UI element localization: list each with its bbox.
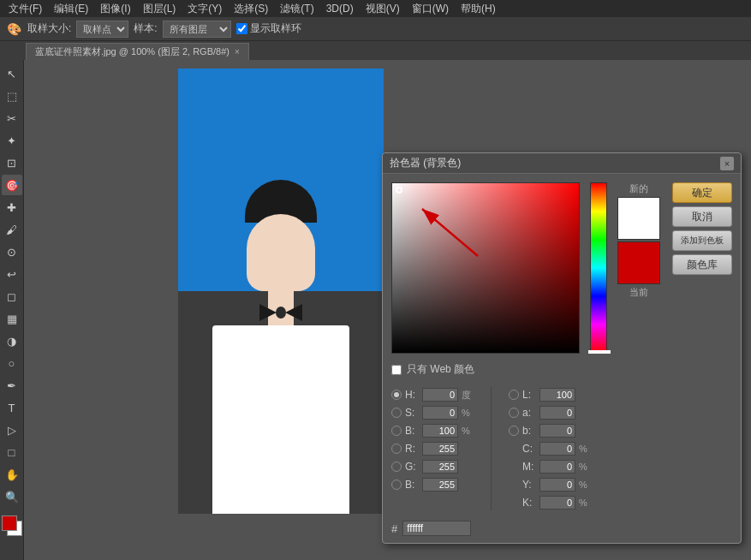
brightness-unit: % (462, 426, 474, 436)
m-input[interactable] (539, 460, 575, 474)
confirm-button[interactable]: 确定 (672, 182, 732, 203)
saturation-input[interactable] (422, 406, 458, 420)
dialog-close-button[interactable]: × (720, 157, 734, 170)
hex-row: # (383, 519, 741, 543)
a-row: a: (509, 405, 591, 420)
tool-blur[interactable]: ◑ (2, 331, 22, 351)
hue-radio[interactable] (391, 390, 402, 400)
k-input[interactable] (539, 496, 575, 509)
saturation-radio[interactable] (391, 408, 402, 418)
y-input[interactable] (539, 478, 575, 491)
b-lab-input[interactable] (539, 424, 575, 438)
dialog-titlebar[interactable]: 拾色器 (背景色) × (383, 153, 741, 174)
hue-slider[interactable] (590, 182, 607, 354)
menu-image[interactable]: 图像(I) (95, 0, 135, 18)
red-input[interactable] (422, 442, 458, 456)
foreground-color-swatch[interactable] (2, 515, 17, 531)
hex-input[interactable] (402, 521, 471, 536)
green-input[interactable] (422, 460, 458, 474)
current-color-preview (617, 241, 660, 284)
bow-tie (259, 300, 302, 325)
bow-left (259, 304, 277, 321)
menu-edit[interactable]: 编辑(E) (49, 0, 93, 18)
tool-brush[interactable]: 🖌 (2, 219, 22, 240)
c-unit: % (579, 444, 591, 454)
menu-view[interactable]: 视图(V) (361, 0, 405, 18)
a-radio[interactable] (509, 408, 519, 418)
red-label: R: (405, 443, 419, 455)
tab-bar: 蓝底证件照素材.jpg @ 100% (图层 2, RGB/8#) × (0, 41, 751, 60)
tool-eraser[interactable]: ◻ (2, 286, 22, 307)
current-label: 当前 (617, 286, 660, 299)
menu-select[interactable]: 选择(S) (229, 0, 273, 18)
canvas-area[interactable]: 拾色器 (背景色) × (24, 60, 751, 560)
hue-row: H: 度 (391, 387, 474, 402)
brightness-input[interactable] (422, 424, 458, 438)
eyedropper-icon[interactable]: 🎨 (5, 21, 22, 38)
blue-radio[interactable] (391, 480, 402, 490)
green-row: G: (391, 459, 474, 474)
dialog-title: 拾色器 (背景色) (390, 156, 461, 170)
red-radio[interactable] (391, 444, 402, 454)
menu-3d[interactable]: 3D(D) (321, 1, 359, 16)
tool-path-select[interactable]: ▷ (2, 420, 22, 440)
menu-type[interactable]: 文字(Y) (182, 0, 227, 18)
preview-area: 新的 当前 (617, 182, 660, 354)
menu-layer[interactable]: 图层(L) (138, 0, 182, 18)
k-unit: % (579, 497, 591, 508)
tool-clone[interactable]: ⊙ (2, 241, 22, 262)
tool-move[interactable]: ↖ (2, 63, 22, 84)
document-tab[interactable]: 蓝底证件照素材.jpg @ 100% (图层 2, RGB/8#) × (26, 43, 249, 60)
web-only-row: 只有 Web 颜色 (383, 362, 741, 384)
tool-gradient[interactable]: ▦ (2, 308, 22, 329)
b-lab-radio[interactable] (509, 426, 519, 436)
lab-cmyk-values: L: a: b: C: (509, 387, 591, 510)
spectrum-gradient[interactable] (391, 182, 580, 354)
web-only-label: 只有 Web 颜色 (407, 362, 474, 377)
tool-heal[interactable]: ✚ (2, 197, 22, 217)
tool-history[interactable]: ↩ (2, 264, 22, 284)
blue-row: B: (391, 477, 474, 492)
spectrum-picker[interactable] (391, 182, 580, 354)
web-only-checkbox[interactable] (391, 365, 402, 375)
menu-file[interactable]: 文件(F) (3, 0, 47, 18)
c-label: C: (522, 443, 536, 455)
a-input[interactable] (539, 406, 575, 420)
hue-input[interactable] (422, 388, 458, 402)
tool-shape[interactable]: □ (2, 442, 22, 462)
l-row: L: (509, 387, 591, 402)
tool-lasso[interactable]: ✂ (2, 108, 22, 128)
l-radio[interactable] (509, 390, 519, 400)
l-input[interactable] (539, 388, 575, 402)
blue-input[interactable] (422, 478, 458, 491)
sample-size-select[interactable]: 取样点 (76, 21, 128, 38)
tool-marquee[interactable]: ⬚ (2, 86, 22, 106)
menu-filter[interactable]: 滤镜(T) (275, 0, 319, 18)
hue-slider-container[interactable] (590, 182, 607, 354)
tool-pen[interactable]: ✒ (2, 375, 22, 396)
c-input[interactable] (539, 442, 575, 456)
k-label: K: (522, 497, 536, 509)
tool-crop[interactable]: ⊡ (2, 152, 22, 173)
show-ring-label[interactable]: 显示取样环 (236, 21, 301, 36)
sample-select[interactable]: 所有图层 (163, 21, 231, 38)
tool-hand[interactable]: ✋ (2, 464, 22, 485)
add-to-palette-button[interactable]: 添加到色板 (672, 230, 732, 251)
tool-magic-wand[interactable]: ✦ (2, 130, 22, 151)
show-ring-checkbox[interactable] (236, 23, 247, 34)
tool-dodge[interactable]: ○ (2, 353, 22, 373)
menu-window[interactable]: 窗口(W) (407, 0, 454, 18)
tool-text[interactable]: T (2, 397, 22, 418)
green-radio[interactable] (391, 462, 402, 472)
menu-help[interactable]: 帮助(H) (456, 0, 501, 18)
tool-eyedropper[interactable]: 🎯 (2, 175, 22, 195)
hsb-rgb-values: H: 度 S: % B: % (391, 387, 474, 510)
dialog-buttons: 确定 取消 添加到色板 颜色库 (672, 182, 732, 354)
color-library-button[interactable]: 颜色库 (672, 254, 732, 275)
tool-zoom[interactable]: 🔍 (2, 486, 22, 507)
y-unit: % (579, 480, 591, 490)
tab-close-button[interactable]: × (235, 47, 240, 57)
cancel-button[interactable]: 取消 (672, 206, 732, 227)
saturation-row: S: % (391, 405, 474, 420)
brightness-radio[interactable] (391, 426, 402, 436)
